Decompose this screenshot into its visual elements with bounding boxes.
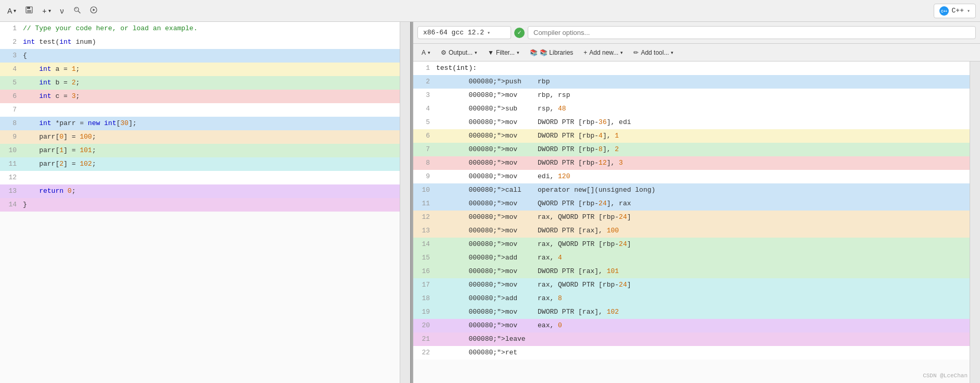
line-number: 16 (413, 265, 434, 278)
line-number: 2 (0, 35, 21, 49)
assembly-line: 4 000080;">sub rsp, 48 (413, 102, 970, 116)
assembly-line: 20 000080;">mov eax, 0 (413, 319, 970, 332)
line-number: 11 (0, 157, 21, 171)
editor-line: 13 return 0; (0, 184, 400, 198)
asm-btn-a[interactable]: A ▾ (417, 47, 435, 58)
assembly-code-area[interactable]: 1test(int):2 000080;">push rbp3 000080;"… (413, 61, 970, 383)
assembly-line: 14 000080;">mov rax, QWORD PTR [rbp-24] (413, 238, 970, 251)
v-icon: ν (60, 7, 64, 15)
line-content: 000080;">mov DWORD PTR [rax], 101 (434, 265, 970, 278)
assembly-minimap (970, 61, 980, 383)
line-number: 3 (0, 49, 21, 63)
asm-btn-add-tool[interactable]: ✏ Add tool... ▾ (629, 47, 678, 58)
line-number: 3 (413, 89, 434, 102)
line-number: 13 (0, 184, 21, 198)
compiler-selector[interactable]: x86-64 gcc 12.2 ▾ (417, 26, 511, 39)
line-number: 5 (413, 116, 434, 129)
btn-save[interactable] (22, 4, 36, 17)
editor-line: 1// Type your code here, or load an exam… (0, 22, 400, 35)
asm-btn-output[interactable]: ⚙ Output... ▾ (437, 47, 481, 58)
editor-code-area[interactable]: 1// Type your code here, or load an exam… (0, 22, 400, 383)
line-number: 21 (413, 332, 434, 346)
svg-rect-1 (27, 7, 30, 9)
btn-v[interactable]: ν (57, 5, 67, 17)
asm-btn-libraries[interactable]: 📚 📚 Libraries (526, 47, 577, 58)
line-number: 9 (0, 130, 21, 144)
line-content: int *parr = new int[30]; (21, 117, 400, 130)
libraries-label: 📚 Libraries (540, 49, 573, 56)
editor-line: 14} (0, 198, 400, 212)
line-content: 000080;">mov edi, 120 (434, 170, 970, 183)
line-content: int test(int inum) (21, 35, 400, 49)
assembly-line: 18 000080;">add rax, 8 (413, 292, 970, 305)
editor-line: 8 int *parr = new int[30]; (0, 117, 400, 130)
asm-a-chevron: ▾ (428, 50, 430, 55)
line-content: 000080;">mov rax, QWORD PTR [rbp-24] (434, 278, 970, 292)
compiler-chevron: ▾ (487, 30, 490, 36)
add-tool-label: Add tool... (641, 49, 669, 56)
add-new-chevron: ▾ (620, 50, 623, 55)
line-content: 000080;">mov eax, 0 (434, 319, 970, 332)
status-checkmark: ✓ (517, 29, 521, 36)
line-content: } (21, 198, 400, 212)
editor-line: 6 int c = 3; (0, 90, 400, 103)
search-icon (73, 6, 81, 15)
line-content: int b = 2; (21, 76, 400, 90)
editor-line: 3{ (0, 49, 400, 63)
gear-icon: ⚙ (441, 49, 447, 56)
compiler-options-input[interactable] (528, 26, 976, 39)
line-number: 7 (413, 143, 434, 156)
line-number: 8 (413, 156, 434, 170)
editor-minimap (400, 22, 410, 383)
line-number: 11 (413, 197, 434, 211)
asm-btn-add-new[interactable]: + Add new... ▾ (579, 47, 627, 58)
output-chevron: ▾ (475, 50, 477, 55)
line-number: 6 (413, 129, 434, 143)
line-number: 22 (413, 346, 434, 360)
assembly-panel: x86-64 gcc 12.2 ▾ ✓ A ▾ ⚙ Output... ▾ ▼ … (413, 22, 980, 383)
btn-add[interactable]: + ▾ (39, 5, 54, 17)
line-number: 20 (413, 319, 434, 332)
editor-line: 10 parr[1] = 101; (0, 144, 400, 157)
lang-chevron: ▾ (967, 8, 970, 14)
line-content: 000080;">mov DWORD PTR [rbp-4], 1 (434, 129, 970, 143)
filter-label: Filter... (496, 49, 515, 56)
btn-run[interactable] (87, 4, 100, 17)
assembly-line: 8 000080;">mov DWORD PTR [rbp-12], 3 (413, 156, 970, 170)
line-number: 1 (413, 61, 434, 75)
watermark: CSDN @LceChan (923, 373, 968, 379)
assembly-line: 6 000080;">mov DWORD PTR [rbp-4], 1 (413, 129, 970, 143)
editor-line: 5 int b = 2; (0, 76, 400, 90)
editor-line: 9 parr[0] = 100; (0, 130, 400, 144)
line-content (21, 103, 400, 117)
line-content: 000080;">mov DWORD PTR [rax], 102 (434, 305, 970, 319)
editor-panel: 1// Type your code here, or load an exam… (0, 22, 411, 383)
assembly-code-wrapper: 1test(int):2 000080;">push rbp3 000080;"… (413, 61, 980, 383)
btn-search[interactable] (70, 4, 84, 17)
cpp-icon: C++ (939, 6, 949, 16)
line-content: 000080;">push rbp (434, 75, 970, 89)
line-content: 000080;">sub rsp, 48 (434, 102, 970, 116)
line-content: 000080;">ret (434, 346, 970, 360)
btn-a[interactable]: A ▾ (4, 5, 19, 17)
line-content: 000080;">call operator new[](unsigned lo… (434, 183, 970, 197)
editor-line: 11 parr[2] = 102; (0, 157, 400, 171)
line-number: 12 (413, 211, 434, 224)
assembly-line: 9 000080;">mov edi, 120 (413, 170, 970, 183)
language-selector[interactable]: C++ C++ ▾ (934, 4, 976, 18)
compiler-name: x86-64 gcc 12.2 (423, 29, 484, 36)
asm-btn-filter[interactable]: ▼ Filter... ▾ (483, 47, 524, 58)
assembly-line: 21 000080;">leave (413, 332, 970, 346)
libraries-icon: 📚 (530, 49, 538, 56)
add-tool-icon: ✏ (633, 49, 639, 56)
line-number: 9 (413, 170, 434, 183)
line-content: 000080;">mov DWORD PTR [rbp-12], 3 (434, 156, 970, 170)
assembly-line: 11 000080;">mov QWORD PTR [rbp-24], rax (413, 197, 970, 211)
assembly-line: 15 000080;">add rax, 4 (413, 251, 970, 265)
line-number: 14 (413, 238, 434, 251)
a-chevron: ▾ (14, 8, 16, 14)
line-number: 10 (413, 183, 434, 197)
main-content: 1// Type your code here, or load an exam… (0, 22, 980, 383)
line-content: 000080;">mov QWORD PTR [rbp-24], rax (434, 197, 970, 211)
line-content: 000080;">leave (434, 332, 970, 346)
